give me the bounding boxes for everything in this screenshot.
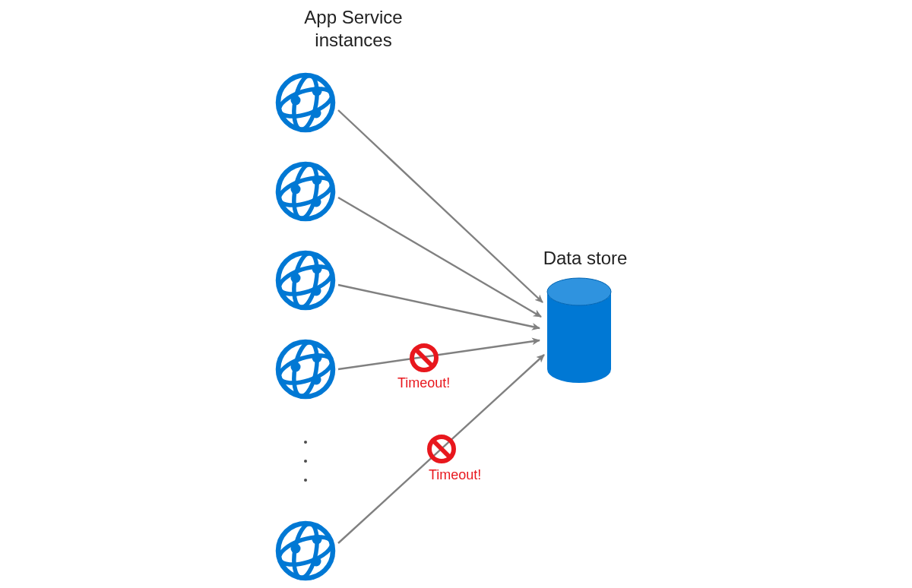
app-service-title: App Service instances — [258, 6, 448, 52]
data-store-title: Data store — [532, 247, 638, 270]
ellipsis-dot-3 — [304, 479, 307, 482]
app-service-instance-2-icon — [276, 163, 335, 220]
app-service-title-line1: App Service — [304, 7, 402, 27]
arrow-instance-3 — [338, 285, 540, 328]
arrow-instance-1 — [338, 110, 543, 302]
app-service-instance-5-icon — [276, 522, 335, 580]
data-store-icon — [547, 278, 611, 383]
timeout-icon-2 — [429, 437, 454, 461]
app-service-instance-1-icon — [276, 74, 335, 131]
timeout-label-1: Timeout! — [397, 375, 450, 391]
app-service-instance-3-icon — [276, 251, 335, 309]
app-service-instance-4-icon — [276, 340, 335, 398]
arrow-instance-2 — [338, 198, 541, 317]
app-service-title-line2: instances — [315, 30, 391, 50]
ellipsis-dot-2 — [304, 460, 307, 463]
timeout-label-2: Timeout! — [429, 467, 481, 483]
arrow-instance-4 — [338, 340, 540, 369]
diagram-svg — [0, 0, 912, 588]
ellipsis-dot-1 — [304, 441, 307, 444]
